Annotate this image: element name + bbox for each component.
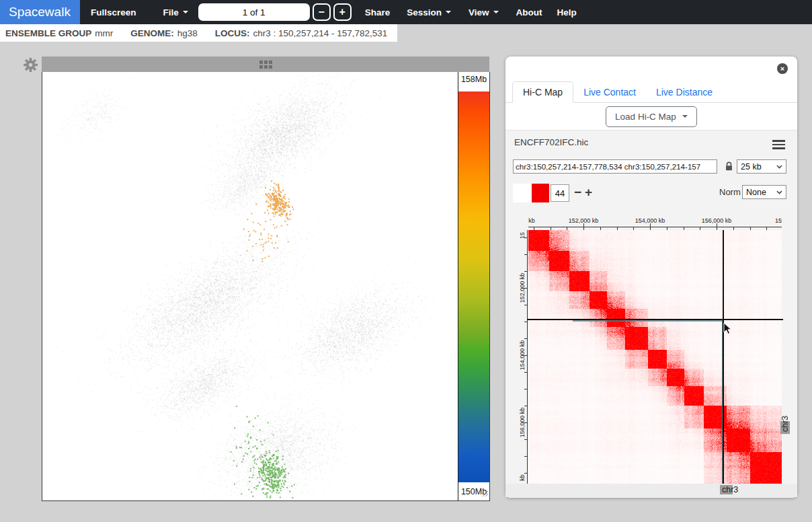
map-color-swatch[interactable]: [532, 184, 549, 202]
resolution-select[interactable]: 25 kb: [737, 159, 786, 174]
point-cloud-canvas[interactable]: [42, 72, 458, 500]
axis-tick: [524, 406, 527, 406]
top-navbar: Spacewalk Fullscreen File − + Share Sess…: [0, 0, 812, 24]
hic-tabs: Hi-C Map Live Contact Live Distance: [505, 81, 797, 103]
hic-map-section: ENCFF702IFC.hic 25 kb − + Norm None kb15…: [505, 130, 797, 498]
chevron-down-icon: [493, 11, 499, 13]
nav-file-label: File: [163, 7, 178, 17]
chromosome-label-right: chr3: [780, 414, 790, 434]
viewer-drag-bar[interactable]: [42, 57, 489, 72]
nav-fullscreen[interactable]: Fullscreen: [91, 7, 136, 17]
threshold-decrement-button[interactable]: −: [574, 184, 581, 201]
session-info-bar: ENSEMBLE GROUP mmr GENOME: hg38 LOCUS: c…: [0, 24, 397, 42]
resize-handle-icon[interactable]: [482, 488, 489, 500]
nav-view-label: View: [469, 7, 489, 17]
axis-tick: [524, 338, 527, 339]
chromosome-strip: [505, 484, 797, 497]
nav-help[interactable]: Help: [557, 7, 577, 17]
hamburger-menu-icon[interactable]: [772, 140, 785, 151]
chevron-down-icon: [183, 11, 188, 13]
load-row: Load Hi-C Map: [505, 103, 797, 130]
axis-tick: [524, 254, 527, 255]
colorbar-max-label: 158Mb: [458, 75, 489, 84]
axis-tick: [522, 288, 527, 289]
tab-live-distance[interactable]: Live Distance: [646, 82, 723, 102]
axis-tick: [524, 372, 527, 373]
load-hic-map-label: Load Hi-C Map: [615, 112, 676, 122]
ensemble-group-label: ENSEMBLE GROUP: [5, 28, 91, 38]
axis-tick: [524, 271, 527, 272]
norm-value: None: [746, 188, 766, 197]
pager-increment-button[interactable]: +: [333, 3, 352, 21]
axis-tick: [717, 223, 717, 230]
axis-tick: [650, 223, 651, 230]
crosshair-horizontal: [527, 319, 783, 320]
axis-tick: [524, 439, 527, 440]
tab-live-contact[interactable]: Live Contact: [573, 82, 646, 102]
ensemble-group-value: mmr: [95, 28, 113, 38]
hic-axis-top: kb152,000 kb154,000 kb156,000 kb15: [528, 216, 782, 230]
lock-icon[interactable]: [725, 161, 733, 174]
norm-select[interactable]: None: [742, 185, 786, 199]
background-color-swatch[interactable]: [513, 184, 532, 202]
axis-tick-label: kb: [528, 217, 535, 224]
crosshair-vertical: [723, 230, 724, 484]
crosshair-horizontal-highlight: [573, 320, 723, 322]
nav-session-label: Session: [407, 7, 442, 17]
chevron-down-icon: [776, 190, 782, 194]
locus-label: LOCUS:: [215, 28, 250, 38]
mouse-cursor-icon: [723, 322, 732, 338]
colorbar-gradient: [458, 91, 489, 482]
genomic-colorbar: 158Mb 150Mb: [458, 72, 489, 500]
axis-line: [527, 230, 528, 484]
resolution-value: 25 kb: [741, 162, 762, 172]
structure-pager-input[interactable]: [198, 3, 310, 21]
axis-tick-label: kb: [519, 474, 526, 481]
hic-file-name: ENCFF702IFC.hic: [514, 137, 588, 147]
axis-tick-label: 15: [775, 217, 782, 224]
close-icon[interactable]: ×: [777, 63, 788, 74]
hic-contact-map[interactable]: [528, 230, 782, 484]
pager-decrement-button[interactable]: −: [313, 3, 331, 21]
nav-file-menu[interactable]: File: [163, 7, 188, 17]
threshold-increment-button[interactable]: +: [585, 184, 592, 201]
hic-panel: × Hi-C Map Live Contact Live Distance Lo…: [505, 57, 797, 498]
axis-tick: [522, 355, 527, 356]
norm-label: Norm: [719, 187, 741, 197]
axis-tick: [524, 456, 527, 457]
structure-pager: − +: [198, 3, 352, 21]
axis-tick: [524, 322, 527, 322]
hic-locus-input[interactable]: [513, 159, 717, 174]
axis-tick: [524, 305, 527, 305]
chevron-down-icon: [682, 115, 688, 118]
genome-value: hg38: [177, 28, 198, 38]
drag-grip-icon: [259, 61, 272, 69]
tab-hic-map[interactable]: Hi-C Map: [512, 81, 573, 103]
threshold-input[interactable]: [551, 184, 569, 202]
spacewalk-app: { "navbar": { "brand": "Spacewalk", "bra…: [0, 0, 812, 522]
settings-gear-icon[interactable]: [23, 57, 38, 73]
hic-axis-left: 15152,000 kb154,000 kb156,000 kbkb: [519, 230, 528, 484]
axis-tick: [524, 237, 527, 238]
genome-label: GENOME:: [130, 28, 174, 38]
app-brand[interactable]: Spacewalk: [0, 0, 80, 24]
axis-tick: [522, 422, 527, 423]
chevron-down-icon: [776, 165, 782, 169]
axis-tick: [524, 473, 527, 474]
axis-tick: [524, 389, 527, 389]
locus-value: chr3 : 150,257,214 - 157,782,531: [253, 28, 388, 38]
nav-about[interactable]: About: [516, 7, 542, 17]
nav-session-menu[interactable]: Session: [407, 7, 451, 17]
chromosome-label-bottom: chr3: [720, 485, 740, 494]
chevron-down-icon: [446, 11, 451, 13]
structure-3d-viewer[interactable]: 158Mb 150Mb: [42, 72, 490, 501]
nav-view-menu[interactable]: View: [469, 7, 499, 17]
nav-share[interactable]: Share: [365, 7, 391, 17]
hic-heatmap-canvas[interactable]: [528, 230, 782, 484]
axis-tick: [583, 223, 584, 230]
load-hic-map-button[interactable]: Load Hi-C Map: [606, 106, 697, 127]
